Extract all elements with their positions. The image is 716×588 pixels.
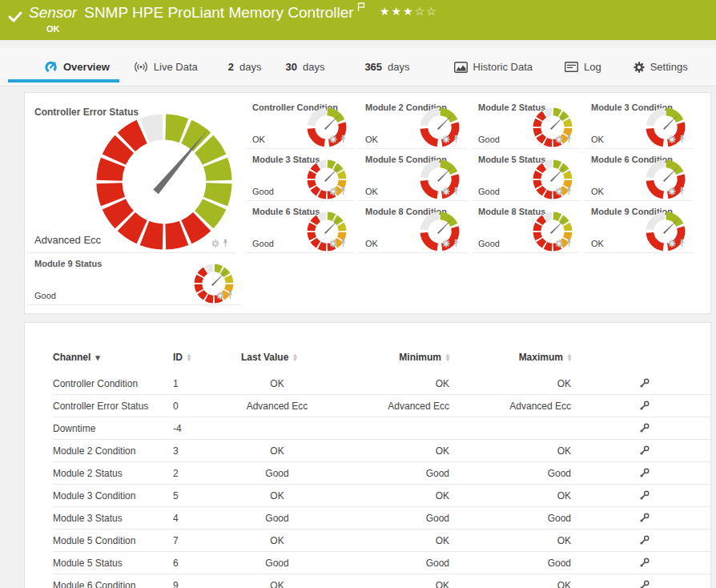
cell-last-value: OK	[241, 490, 313, 501]
pin-icon[interactable]	[678, 132, 686, 147]
edit-channel-icon[interactable]	[638, 467, 650, 479]
gauge-cell-module-5-status: Module 5 Status Good	[472, 149, 580, 201]
sort-desc-icon: ▾	[95, 352, 100, 363]
cell-last-value: Good	[241, 468, 313, 479]
cell-channel: Downtime	[53, 423, 173, 434]
pin-icon[interactable]	[340, 236, 347, 251]
column-header-last-value[interactable]: Last Value▴▾	[241, 352, 313, 363]
tab-settings[interactable]: Settings	[634, 48, 688, 86]
edit-channel-icon[interactable]	[638, 377, 650, 389]
star-rating[interactable]: ★★★☆☆	[380, 5, 438, 18]
tab-overview[interactable]: Overview	[44, 48, 110, 86]
cell-id: 6	[173, 558, 241, 569]
edit-channel-icon[interactable]	[638, 489, 650, 501]
gear-icon[interactable]	[668, 184, 676, 199]
gauge-value: OK	[591, 135, 604, 144]
cell-maximum: OK	[449, 445, 571, 457]
tab-log[interactable]: Log	[565, 48, 601, 86]
log-icon	[565, 62, 578, 72]
cell-channel: Module 5 Status	[53, 558, 173, 569]
gear-icon[interactable]	[555, 184, 563, 199]
pin-icon[interactable]	[453, 132, 460, 147]
gear-icon[interactable]	[668, 236, 676, 251]
tab-historic-data[interactable]: Historic Data	[454, 48, 533, 86]
gauge-value: OK	[252, 135, 265, 144]
tab-live-data[interactable]: Live Data	[134, 48, 198, 86]
settings-gear-icon	[634, 62, 645, 73]
gear-icon[interactable]	[442, 132, 450, 147]
pin-icon[interactable]	[453, 236, 460, 251]
controller-error-status-gauge	[92, 110, 236, 254]
sensor-label: Sensor	[29, 4, 77, 21]
gear-icon[interactable]	[211, 236, 219, 251]
pin-icon[interactable]	[565, 132, 573, 147]
gauge-icon	[44, 60, 58, 74]
cell-id: 7	[173, 535, 241, 546]
pin-icon[interactable]	[222, 236, 229, 251]
pin-icon[interactable]	[453, 184, 460, 199]
gear-icon[interactable]	[216, 288, 224, 303]
tab-30-days[interactable]: 30 days	[285, 48, 324, 86]
gauge-cell-controller-condition: Controller Condition OK	[246, 97, 354, 149]
historic-data-icon	[454, 62, 468, 73]
gauge-value: Good	[478, 135, 500, 144]
pin-icon[interactable]	[340, 132, 347, 147]
cell-channel: Controller Error Status	[53, 401, 173, 412]
column-header-maximum[interactable]: Maximum▴▾	[449, 352, 571, 363]
gauge-cell-module-8-condition: Module 8 Condition OK	[359, 201, 467, 253]
gear-icon[interactable]	[668, 132, 676, 147]
cell-channel: Module 3 Condition	[53, 490, 173, 501]
edit-channel-icon[interactable]	[638, 557, 650, 569]
pin-icon[interactable]	[227, 288, 234, 303]
cell-last-value: OK	[241, 378, 313, 389]
status-badge: OK	[46, 24, 60, 34]
cell-last-value: OK	[241, 535, 313, 546]
gear-icon[interactable]	[555, 236, 563, 251]
sensor-header: SensorSNMP HPE ProLiant Memory Controlle…	[0, 0, 716, 40]
gauge-cell-module-9-status: Module 9 Status Good	[28, 253, 241, 305]
table-row: Controller Condition 1 OK OK OK	[53, 373, 710, 395]
cell-channel: Module 2 Condition	[53, 445, 173, 457]
column-header-channel[interactable]: Channel▾	[53, 352, 173, 363]
gear-icon[interactable]	[555, 132, 563, 147]
edit-channel-icon[interactable]	[638, 422, 650, 434]
gear-icon[interactable]	[442, 184, 450, 199]
pin-icon[interactable]	[340, 184, 347, 199]
column-header-id[interactable]: ID▴▾	[173, 352, 241, 363]
edit-channel-icon[interactable]	[638, 512, 650, 524]
pin-icon[interactable]	[565, 184, 573, 199]
pin-icon[interactable]	[678, 236, 686, 251]
gear-icon[interactable]	[329, 184, 337, 199]
cell-minimum: OK	[313, 378, 449, 389]
gauge-cell-module-2-condition: Module 2 Condition OK	[359, 97, 467, 149]
table-row: Module 5 Status 6 Good Good Good	[53, 552, 710, 574]
table-row: Module 3 Status 4 Good Good Good	[53, 507, 710, 530]
status-check-icon	[8, 10, 22, 26]
gauge-cell-controller-error-status: Controller Error Status Advanced Ecc	[28, 97, 236, 253]
pin-icon[interactable]	[565, 236, 573, 251]
edit-channel-icon[interactable]	[638, 534, 650, 546]
gauge-cell-module-9-condition: Module 9 Condition OK	[585, 201, 693, 253]
cell-last-value: Good	[241, 513, 313, 524]
gear-icon[interactable]	[329, 236, 337, 251]
cell-maximum: OK	[449, 535, 571, 546]
sort-icon: ▴▾	[568, 353, 571, 361]
gauge-value: OK	[365, 135, 378, 144]
edit-channel-icon[interactable]	[638, 579, 650, 588]
gear-icon[interactable]	[329, 132, 337, 147]
gauge-grid: Controller Error Status Advanced Ecc Con…	[25, 93, 710, 305]
cell-maximum: OK	[449, 378, 571, 389]
gauge-cell-module-5-condition: Module 5 Condition OK	[359, 149, 467, 201]
tab-365-days[interactable]: 365 days	[364, 48, 409, 86]
tab-2-days[interactable]: 2 days	[228, 48, 262, 86]
pin-icon[interactable]	[678, 184, 686, 199]
column-header-minimum[interactable]: Minimum▴▾	[313, 352, 449, 363]
cell-maximum: Good	[449, 513, 571, 524]
edit-channel-icon[interactable]	[638, 445, 650, 457]
gear-icon[interactable]	[442, 236, 450, 251]
edit-channel-icon[interactable]	[638, 400, 650, 412]
gauge-value: OK	[591, 239, 604, 248]
table-row: Downtime -4	[53, 417, 710, 440]
live-data-icon	[134, 61, 148, 73]
flag-icon	[357, 0, 365, 16]
